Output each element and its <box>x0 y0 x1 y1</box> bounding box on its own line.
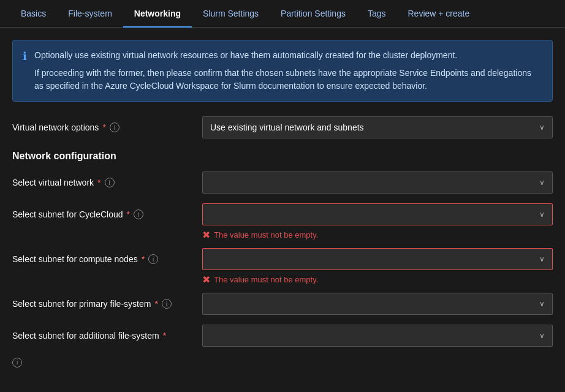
select-subnet-cyclecloud-required: * <box>127 209 130 219</box>
vnet-options-label: Virtual network options * i <box>12 123 202 132</box>
select-subnet-compute-info-icon[interactable]: i <box>148 254 158 264</box>
select-subnet-cyclecloud-error-text: The value must not be empty. <box>214 230 318 239</box>
select-vnet-required: * <box>97 178 100 187</box>
select-subnet-cyclecloud-chevron-icon: ∨ <box>539 210 545 219</box>
vnet-options-label-text: Virtual network options <box>12 123 99 132</box>
network-config-title: Network configuration <box>12 151 553 162</box>
select-subnet-compute-row: Select subnet for compute nodes * i ∨ <box>12 248 553 270</box>
select-subnet-additional-fs-dropdown[interactable]: ∨ <box>202 325 553 347</box>
tab-review[interactable]: Review + create <box>397 0 481 27</box>
info-line1: Optionally use existing virtual network … <box>34 49 542 62</box>
info-box-text: Optionally use existing virtual network … <box>34 49 542 92</box>
select-vnet-label: Select virtual network * i <box>12 178 202 187</box>
select-subnet-compute-label-text: Select subnet for compute nodes <box>12 254 138 264</box>
select-subnet-cyclecloud-label-text: Select subnet for CycleCloud <box>12 209 123 219</box>
select-subnet-compute-error-text: The value must not be empty. <box>214 275 318 284</box>
select-subnet-primary-fs-row: Select subnet for primary file-system * … <box>12 293 553 315</box>
main-content: ℹ Optionally use existing virtual networ… <box>0 28 565 380</box>
tab-tags[interactable]: Tags <box>357 0 397 27</box>
vnet-options-value: Use existing virtual network and subnets <box>210 123 364 132</box>
select-subnet-additional-fs-label-text: Select subnet for additional file-system <box>12 331 159 341</box>
bottom-info: i <box>12 356 553 368</box>
tab-navigation: Basics File-system Networking Slurm Sett… <box>0 0 565 28</box>
select-subnet-primary-fs-required: * <box>154 299 157 309</box>
select-subnet-primary-fs-dropdown[interactable]: ∨ <box>202 293 553 315</box>
select-subnet-cyclecloud-info-icon[interactable]: i <box>134 209 143 219</box>
select-subnet-cyclecloud-row: Select subnet for CycleCloud * i ∨ <box>12 203 553 225</box>
select-vnet-info-icon[interactable]: i <box>105 178 115 187</box>
info-line2: If proceeding with the former, then plea… <box>34 67 542 92</box>
select-subnet-primary-fs-label-text: Select subnet for primary file-system <box>12 299 151 309</box>
info-box: ℹ Optionally use existing virtual networ… <box>12 40 553 102</box>
select-subnet-cyclecloud-error: ✖ The value must not be empty. <box>202 229 553 241</box>
select-subnet-compute-required: * <box>142 254 145 264</box>
select-subnet-cyclecloud-label: Select subnet for CycleCloud * i <box>12 209 202 219</box>
select-subnet-compute-error: ✖ The value must not be empty. <box>202 274 553 285</box>
select-subnet-cyclecloud-error-icon: ✖ <box>202 229 210 241</box>
select-vnet-chevron-icon: ∨ <box>539 178 545 187</box>
vnet-options-chevron-icon: ∨ <box>539 123 545 132</box>
tab-networking[interactable]: Networking <box>123 0 192 27</box>
select-subnet-compute-error-icon: ✖ <box>202 274 210 285</box>
tab-filesystem[interactable]: File-system <box>57 0 123 27</box>
select-subnet-additional-fs-required: * <box>163 331 166 341</box>
select-subnet-primary-fs-info-icon[interactable]: i <box>162 299 172 309</box>
select-subnet-compute-chevron-icon: ∨ <box>539 255 545 263</box>
select-subnet-additional-fs-row: Select subnet for additional file-system… <box>12 325 553 347</box>
select-vnet-label-text: Select virtual network <box>12 178 94 187</box>
bottom-info-icon[interactable]: i <box>12 358 22 368</box>
select-subnet-compute-dropdown[interactable]: ∨ <box>202 248 553 270</box>
select-vnet-dropdown[interactable]: ∨ <box>202 172 553 194</box>
tab-partition[interactable]: Partition Settings <box>270 0 357 27</box>
select-vnet-row: Select virtual network * i ∨ <box>12 172 553 194</box>
vnet-options-dropdown[interactable]: Use existing virtual network and subnets… <box>202 116 553 138</box>
select-subnet-compute-label: Select subnet for compute nodes * i <box>12 254 202 264</box>
select-subnet-additional-fs-label: Select subnet for additional file-system… <box>12 331 202 341</box>
vnet-options-required: * <box>102 123 105 132</box>
vnet-options-row: Virtual network options * i Use existing… <box>12 116 553 138</box>
tab-basics[interactable]: Basics <box>10 0 57 27</box>
tab-slurm[interactable]: Slurm Settings <box>192 0 270 27</box>
select-subnet-primary-fs-label: Select subnet for primary file-system * … <box>12 299 202 309</box>
info-icon: ℹ <box>23 50 27 63</box>
select-subnet-cyclecloud-dropdown[interactable]: ∨ <box>202 203 553 225</box>
select-subnet-additional-fs-chevron-icon: ∨ <box>539 331 545 340</box>
select-subnet-primary-fs-chevron-icon: ∨ <box>539 300 545 308</box>
vnet-options-info-icon[interactable]: i <box>110 123 119 132</box>
